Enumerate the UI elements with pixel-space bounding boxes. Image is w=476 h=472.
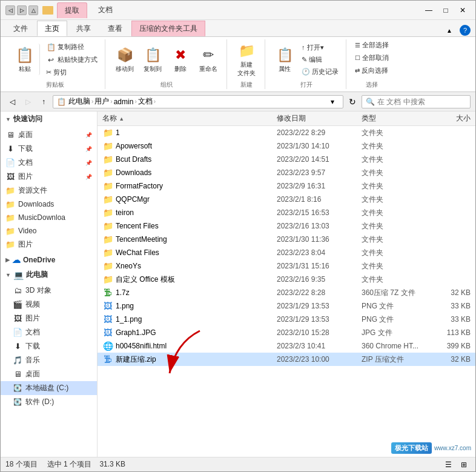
pin-icon-3: 📌 [85, 160, 92, 166]
sidebar-item-local-c[interactable]: 💽 本地磁盘 (C:) [1, 381, 97, 395]
pin-icon: 📌 [85, 132, 92, 138]
title-bar: ◁ ▷ △ 提取 文档 — □ ✕ [1, 1, 475, 20]
sidebar-item-downloads[interactable]: ⬇ 下载 📌 [1, 142, 97, 156]
search-box[interactable]: 🔍 [362, 95, 471, 108]
column-size[interactable]: 大小 [434, 113, 471, 124]
open-buttons: 📋 属性 ↑ 打开▾ ✎ 编辑 🕐 历史记录 [271, 39, 341, 79]
column-date[interactable]: 修改日期 [277, 113, 362, 124]
sidebar-item-downloads-folder[interactable]: 📁 Downloads [1, 198, 97, 211]
sidebar-item-dl[interactable]: ⬇ 下载 [1, 339, 97, 353]
file-row[interactable]: 🗜 新建压缩.zip 2023/2/23 10:00 ZIP 压缩文件 32 K… [98, 353, 475, 366]
column-name[interactable]: 名称 ▲ [102, 113, 277, 124]
watermark: 极光下载站 www.xz7.com [391, 442, 471, 454]
sidebar-item-images[interactable]: 🖼 图片 [1, 311, 97, 325]
software-d-icon: 💽 [13, 397, 22, 407]
file-name: teiron [116, 208, 277, 217]
open-button[interactable]: ↑ 打开▾ [299, 42, 341, 53]
back-button[interactable]: ◁ [5, 95, 19, 108]
tab-extract[interactable]: 提取 [57, 2, 87, 18]
file-row[interactable]: 📁 Apowersoft 2023/1/30 14:10 文件夹 [98, 139, 475, 153]
column-type[interactable]: 类型 [362, 113, 434, 124]
file-row[interactable]: 🖼 1_1.png 2023/1/29 13:53 PNG 文件 33 KB [98, 313, 475, 326]
sidebar-item-pictures2[interactable]: 📁 图片 [1, 238, 97, 251]
docs-icon: 📄 [13, 328, 22, 337]
sidebar-item-desktop[interactable]: 🖥 桌面 📌 [1, 128, 97, 142]
up-button[interactable]: ↑ [37, 95, 50, 108]
tab-view[interactable]: 查看 [100, 21, 130, 36]
sidebar-header-onedrive[interactable]: ▶ ☁ OneDrive [1, 253, 97, 267]
rename-button[interactable]: ✏ 重命名 [195, 44, 222, 75]
view-grid-button[interactable]: ⊞ [457, 458, 471, 471]
file-row[interactable]: 🌐 h00458nifli.html 2023/2/3 10:41 360 Ch… [98, 339, 475, 353]
file-row[interactable]: 📁 1 2023/2/22 8:29 文件夹 [98, 126, 475, 139]
sidebar-header-this-pc[interactable]: ▼ 💻 此电脑 [1, 267, 97, 282]
downloads-folder-icon: 📁 [5, 199, 15, 209]
address-box[interactable]: 📋 此电脑 › 用户 › admin › 文档 › ▾ [53, 95, 343, 108]
close-button[interactable]: ✕ [455, 4, 471, 16]
file-row[interactable]: 🖼 Graph1.JPG 2023/2/10 15:28 JPG 文件 113 … [98, 326, 475, 339]
search-input[interactable] [377, 98, 466, 106]
file-row[interactable]: 📁 Bcut Drafts 2023/2/20 14:51 文件夹 [98, 153, 475, 166]
properties-button[interactable]: 📋 属性 [271, 44, 298, 75]
file-row[interactable]: 📁 自定义 Office 模板 2023/2/16 9:35 文件夹 [98, 273, 475, 286]
file-icon: 📁 [102, 154, 113, 165]
select-all-button[interactable]: ☰ 全部选择 [352, 39, 391, 51]
sidebar-header-quick-access[interactable]: ▼ 快速访问 [1, 111, 97, 127]
file-row[interactable]: 📁 WeChat Files 2023/2/23 8:04 文件夹 [98, 246, 475, 259]
history-button[interactable]: 🕐 历史记录 [299, 66, 341, 78]
tab-doc[interactable]: 文档 [91, 2, 120, 18]
delete-button[interactable]: ✖ 删除 [167, 44, 194, 75]
file-row[interactable]: 📁 QQPCMgr 2023/2/1 8:16 文件夹 [98, 193, 475, 206]
file-row[interactable]: 📁 Tencent Files 2023/2/16 13:03 文件夹 [98, 219, 475, 233]
selected-count: 选中 1 个项目 31.3 KB [47, 459, 125, 470]
move-to-icon: 📦 [115, 45, 134, 65]
cut-button[interactable]: ✂ 剪切 [44, 67, 100, 78]
tab-compress-tools[interactable]: 压缩的文件夹工具 [131, 21, 205, 36]
sidebar-item-videos[interactable]: 🎬 视频 [1, 297, 97, 311]
copy-path-button[interactable]: 📋 复制路径 [44, 41, 100, 53]
file-row[interactable]: 🗜 1.7z 2023/2/22 8:28 360压缩 7Z 文件 32 KB [98, 286, 475, 299]
new-folder-button[interactable]: 📁 新建 文件夹 [233, 39, 260, 79]
forward-button[interactable]: ▷ [21, 95, 35, 108]
paste-shortcut-button[interactable]: ↩ 粘贴快捷方式 [44, 54, 100, 66]
copy-to-button[interactable]: 📋 复制到 [139, 44, 166, 75]
tab-file[interactable]: 文件 [5, 21, 36, 36]
help-button[interactable]: ? [460, 25, 471, 36]
sidebar-item-desktop2[interactable]: 🖥 桌面 [1, 367, 97, 381]
edit-button[interactable]: ✎ 编辑 [299, 54, 341, 65]
tab-share[interactable]: 共享 [68, 21, 99, 36]
sidebar-item-3d[interactable]: 🗂 3D 对象 [1, 284, 97, 297]
refresh-button[interactable]: ↻ [346, 95, 359, 108]
file-date: 2023/2/16 9:35 [277, 275, 362, 284]
tab-home[interactable]: 主页 [37, 21, 67, 36]
pictures-icon: 🖼 [5, 172, 15, 182]
forward-icon: ▷ [17, 5, 27, 15]
move-to-button[interactable]: 📦 移动到 [111, 44, 138, 75]
file-row[interactable]: 📁 FormatFactory 2023/2/9 16:31 文件夹 [98, 179, 475, 193]
sidebar-item-musicdownload[interactable]: 📁 MusicDownloa [1, 211, 97, 224]
sidebar-item-video[interactable]: 📁 Video [1, 224, 97, 238]
address-dropdown-button[interactable]: ▾ [326, 95, 339, 108]
file-row[interactable]: 📁 teiron 2023/2/15 16:53 文件夹 [98, 206, 475, 219]
invert-selection-button[interactable]: ⇄ 反向选择 [352, 65, 391, 76]
file-name: XneoYs [116, 262, 277, 270]
file-row[interactable]: 📁 TencentMeeting 2023/1/30 11:36 文件夹 [98, 233, 475, 246]
sidebar-item-docs[interactable]: 📄 文档 [1, 325, 97, 339]
file-row[interactable]: 🖼 1.png 2023/1/29 13:53 PNG 文件 33 KB [98, 299, 475, 313]
view-list-button[interactable]: ☰ [441, 458, 455, 471]
paste-button[interactable]: 📋 粘贴 [10, 44, 40, 75]
file-row[interactable]: 📁 XneoYs 2023/1/31 15:16 文件夹 [98, 259, 475, 273]
maximize-button[interactable]: □ [438, 4, 454, 16]
file-row[interactable]: 📁 Downloads 2023/2/23 9:57 文件夹 [98, 166, 475, 179]
sidebar-item-music[interactable]: 🎵 音乐 [1, 353, 97, 367]
sidebar-item-software-d[interactable]: 💽 软件 (D:) [1, 395, 97, 409]
select-none-button[interactable]: ☐ 全部取消 [352, 52, 391, 64]
sidebar-item-resources[interactable]: 📁 资源文件 [1, 184, 97, 198]
sidebar-item-pictures[interactable]: 🖼 图片 📌 [1, 170, 97, 184]
back-icon: ◁ [5, 5, 15, 15]
file-type: ZIP 压缩文件 [362, 354, 434, 365]
minimize-button[interactable]: — [421, 4, 437, 16]
sidebar-item-documents[interactable]: 📄 文档 📌 [1, 156, 97, 170]
file-icon: 📁 [102, 141, 113, 151]
ribbon-collapse-button[interactable]: ▲ [441, 24, 457, 36]
